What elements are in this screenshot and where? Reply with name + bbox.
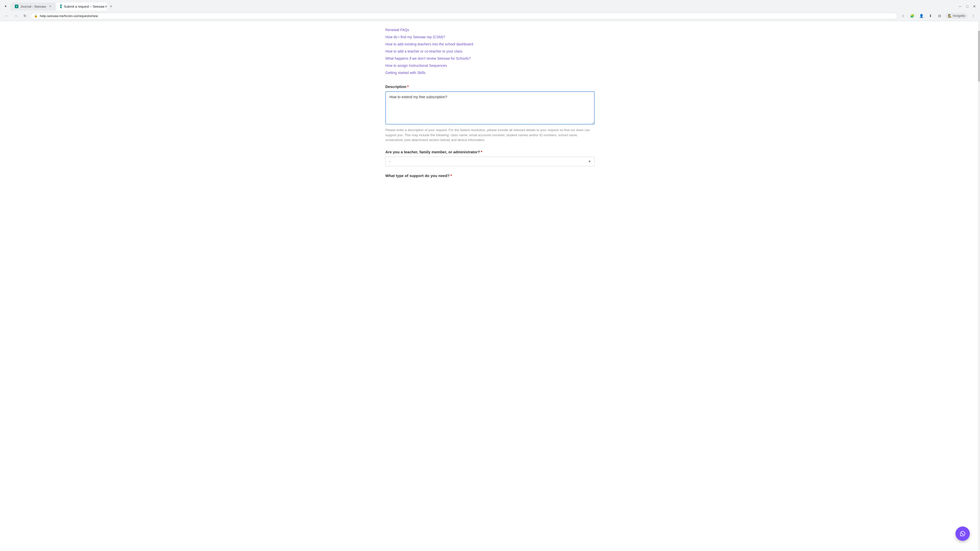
close-button[interactable]: ✕ xyxy=(971,3,978,10)
download-button[interactable]: ⬇ xyxy=(927,12,934,19)
address-bar[interactable]: 🔒 help.seesaw.me/hc/en-us/requests/new xyxy=(30,13,897,19)
incognito-badge: 🕵️ Incognito xyxy=(945,13,968,19)
support-required-star: * xyxy=(450,173,452,178)
page-content: Renewal FAQs How do I find my Seesaw rep… xyxy=(375,21,605,200)
maximize-button[interactable]: □ xyxy=(964,3,971,10)
tab-list-button[interactable]: ▼ xyxy=(2,3,9,10)
description-helper-text: Please enter a description of your reque… xyxy=(385,127,595,143)
link-renewal-faqs[interactable]: Renewal FAQs xyxy=(385,26,595,33)
scrollbar-thumb[interactable] xyxy=(978,30,980,82)
nav-icons: ☆ 🧩 👤 ⬇ ⊟ xyxy=(899,12,943,19)
tab-2-favicon: S xyxy=(60,5,62,8)
description-label: Description* xyxy=(385,84,595,89)
back-button[interactable]: ← xyxy=(3,12,10,19)
description-textarea[interactable]: How to extend my free subscription? xyxy=(385,91,595,124)
more-options-button[interactable]: ⋮ xyxy=(970,12,977,19)
link-not-renew[interactable]: What happens if we don't renew Seesaw fo… xyxy=(385,55,595,62)
link-getting-started-skills[interactable]: Getting started with Skills xyxy=(385,69,595,76)
support-type-label: What type of support do you need?* xyxy=(385,173,595,178)
bookmark-button[interactable]: ☆ xyxy=(899,12,907,19)
scrollbar[interactable] xyxy=(978,21,980,200)
tab-1-close[interactable]: ✕ xyxy=(49,5,52,8)
incognito-label: Incognito xyxy=(953,14,965,17)
link-add-teachers-dashboard[interactable]: How to add existing teachers into the sc… xyxy=(385,41,595,48)
support-type-section: What type of support do you need?* xyxy=(385,173,595,178)
description-required-star: * xyxy=(407,84,409,89)
lock-icon: 🔒 xyxy=(34,14,38,17)
split-screen-button[interactable]: ⊟ xyxy=(936,12,943,19)
tab-1-favicon: S xyxy=(15,5,18,8)
link-find-rep[interactable]: How do I find my Seesaw rep (CSM)? xyxy=(385,33,595,41)
tab-2-title: Submit a request – Seesaw Hel… xyxy=(64,5,107,8)
role-select-wrapper: - Teacher Family member Administrator ▼ xyxy=(385,157,595,166)
forward-button[interactable]: → xyxy=(12,12,19,19)
tab-journal[interactable]: S Journal - Seesaw ✕ xyxy=(11,3,56,11)
description-section: Description* How to extend my free subsc… xyxy=(385,84,595,143)
related-links: Renewal FAQs How do I find my Seesaw rep… xyxy=(385,26,595,76)
role-section: Are you a teacher, family member, or adm… xyxy=(385,150,595,166)
new-tab-button[interactable]: + xyxy=(108,2,114,11)
navigation-bar: ← → ↻ 🔒 help.seesaw.me/hc/en-us/requests… xyxy=(0,11,980,21)
url-text: help.seesaw.me/hc/en-us/requests/new xyxy=(40,14,894,18)
tab-1-title: Journal - Seesaw xyxy=(21,5,46,8)
profile-button[interactable]: 👤 xyxy=(918,12,925,19)
window-controls: ─ □ ✕ xyxy=(956,3,978,10)
tab-bar: ▼ S Journal - Seesaw ✕ S Submit a reques… xyxy=(0,0,980,11)
link-add-teacher-class[interactable]: How to add a teacher or co-teacher to yo… xyxy=(385,48,595,55)
browser-chrome: ▼ S Journal - Seesaw ✕ S Submit a reques… xyxy=(0,0,980,21)
role-required-star: * xyxy=(481,150,482,154)
minimize-button[interactable]: ─ xyxy=(956,3,964,10)
link-instructional-sequences[interactable]: How to assign Instructional Sequences xyxy=(385,62,595,69)
role-label: Are you a teacher, family member, or adm… xyxy=(385,150,595,154)
extensions-button[interactable]: 🧩 xyxy=(908,12,916,19)
tab-submit-request[interactable]: S Submit a request – Seesaw Hel… ✕ xyxy=(56,3,107,11)
refresh-button[interactable]: ↻ xyxy=(21,12,29,19)
incognito-icon: 🕵️ xyxy=(948,14,952,17)
role-select[interactable]: - Teacher Family member Administrator xyxy=(385,157,595,166)
